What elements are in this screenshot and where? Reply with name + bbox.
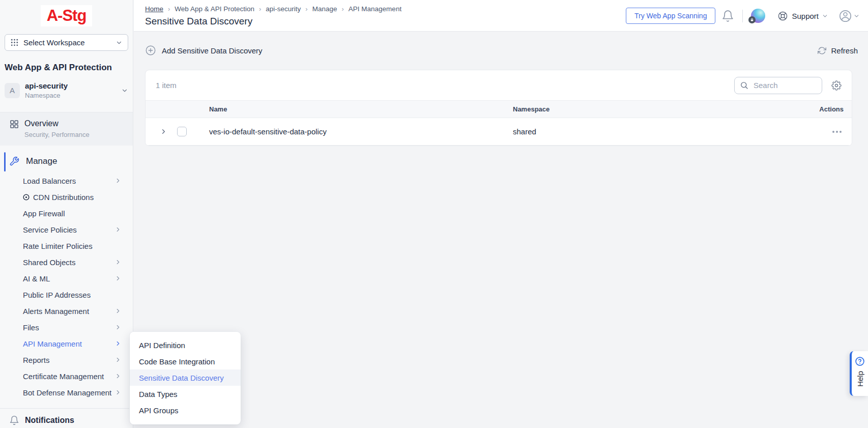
chevron-down-icon — [822, 13, 828, 19]
app-window: A-Stg Select Workspace Web App & API Pro… — [0, 0, 868, 428]
workspace-selector-label: Select Workspace — [23, 38, 111, 47]
namespace-texts: api-security Namespace — [25, 81, 116, 99]
main-content: Add Sensitive Data Discovery Refresh 1 i… — [134, 32, 868, 428]
flyout-item-data-types[interactable]: Data Types — [130, 386, 241, 402]
page-title: Sensitive Data Discovery — [145, 16, 252, 27]
avatar[interactable] — [751, 9, 765, 23]
row-name[interactable]: ves-io-default-sensitive-data-policy — [209, 127, 513, 136]
sidebar-item-label: Service Policies — [23, 225, 77, 234]
search-box — [734, 77, 822, 94]
account-menu[interactable] — [838, 9, 860, 23]
wrench-icon — [9, 156, 19, 166]
column-header-name: Name — [209, 105, 513, 113]
sidebar-item-label: Files — [23, 323, 39, 332]
breadcrumb-item-api-security[interactable]: api-security — [266, 5, 301, 13]
sidebar-item-label: API Management — [23, 339, 82, 348]
sidebar-item-app-firewall[interactable]: App Firewall — [0, 205, 133, 221]
bullseye-icon — [22, 193, 30, 201]
overview-label: Overview — [24, 119, 90, 128]
flyout-item-code-base-integration[interactable]: Code Base Integration — [130, 353, 241, 369]
sidebar-item-cdn-distributions[interactable]: CDN Distributions — [0, 189, 133, 205]
chevron-down-icon — [115, 39, 123, 46]
namespace-selector[interactable]: A api-security Namespace — [5, 81, 128, 99]
table-card: 1 item Name Namespace A — [145, 70, 852, 146]
refresh-label: Refresh — [831, 46, 858, 55]
help-tab[interactable]: Help — [850, 351, 868, 396]
table-card-header: 1 item — [146, 70, 852, 100]
sidebar-item-label: Reports — [23, 356, 50, 364]
sidebar-item-rate-limiter-policies[interactable]: Rate Limiter Policies — [0, 238, 133, 254]
chevron-down-icon — [121, 87, 128, 94]
chevron-right-icon — [114, 373, 122, 380]
breadcrumb-separator: › — [168, 5, 170, 13]
table-header-row: Name Namespace Actions — [146, 100, 852, 118]
chevron-right-icon — [114, 259, 122, 266]
lock-badge-icon — [748, 16, 756, 23]
sidebar-item-certificate-management[interactable]: Certificate Management — [0, 368, 133, 384]
sidebar-item-reports[interactable]: Reports — [0, 352, 133, 368]
sidebar-item-bot-defense-management[interactable]: Bot Defense Management — [0, 384, 133, 401]
sidebar-item-label: Bot Defense Management — [23, 388, 111, 397]
sidebar: A-Stg Select Workspace Web App & API Pro… — [0, 0, 133, 428]
lifebuoy-icon — [777, 11, 788, 21]
sidebar-item-label: App Firewall — [23, 209, 65, 218]
sidebar-item-label: Certificate Management — [23, 372, 104, 381]
column-header-actions: Actions — [819, 105, 852, 113]
add-sensitive-data-discovery-button[interactable]: Add Sensitive Data Discovery — [145, 45, 263, 56]
chevron-right-icon — [114, 324, 122, 331]
sidebar-item-shared-objects[interactable]: Shared Objects — [0, 254, 133, 270]
search-icon — [740, 81, 748, 90]
flyout-item-sensitive-data-discovery[interactable]: Sensitive Data Discovery — [130, 369, 241, 386]
sidebar-item-label: AI & ML — [23, 274, 50, 283]
table-row[interactable]: ves-io-default-sensitive-data-policyshar… — [146, 118, 852, 146]
expand-chevron-icon[interactable] — [160, 128, 167, 135]
sidebar-item-overview[interactable]: Overview Security, Performance — [0, 112, 133, 146]
breadcrumb-item-manage[interactable]: Manage — [312, 5, 337, 13]
breadcrumb-separator: › — [341, 5, 343, 13]
row-checkbox[interactable] — [177, 127, 187, 136]
chevron-down-icon — [853, 13, 860, 19]
flyout-menu: API DefinitionCode Base IntegrationSensi… — [130, 332, 241, 424]
gear-icon[interactable] — [831, 80, 842, 91]
sidebar-item-label: CDN Distributions — [33, 193, 94, 202]
help-circle-icon — [855, 356, 865, 366]
try-web-app-scanning-button[interactable]: Try Web App Scanning — [626, 8, 715, 24]
sidebar-item-notifications[interactable]: Notifications — [0, 408, 133, 428]
refresh-icon — [818, 46, 826, 55]
topbar-actions: Try Web App Scanning Support — [626, 0, 860, 32]
chevron-right-icon — [114, 307, 122, 315]
refresh-button[interactable]: Refresh — [818, 46, 858, 55]
grid-icon — [9, 119, 19, 129]
sidebar-section-title: Web App & API Protection — [5, 63, 128, 73]
sidebar-item-load-balancers[interactable]: Load Balancers — [0, 173, 133, 189]
sidebar-item-ai-ml[interactable]: AI & ML — [0, 270, 133, 287]
breadcrumb-item-api-management[interactable]: API Management — [349, 5, 401, 13]
flyout-item-api-definition[interactable]: API Definition — [130, 337, 241, 353]
table-body: ves-io-default-sensitive-data-policyshar… — [146, 118, 852, 146]
sidebar-item-label: Alerts Management — [23, 307, 89, 316]
support-menu[interactable]: Support — [777, 11, 828, 21]
item-count: 1 item — [156, 81, 177, 90]
workspace-selector[interactable]: Select Workspace — [5, 34, 128, 51]
sidebar-item-manage[interactable]: Manage — [0, 152, 133, 170]
sidebar-item-public-ip-addresses[interactable]: Public IP Addresses — [0, 287, 133, 303]
chevron-right-icon — [114, 226, 122, 233]
search-input[interactable] — [753, 80, 817, 90]
add-label: Add Sensitive Data Discovery — [162, 46, 263, 55]
sidebar-item-service-policies[interactable]: Service Policies — [0, 221, 133, 238]
flyout-item-api-groups[interactable]: API Groups — [130, 402, 241, 418]
sidebar-item-api-management[interactable]: API Management — [0, 335, 133, 352]
breadcrumb-item-web-app-api-protection[interactable]: Web App & API Protection — [175, 5, 254, 13]
bell-icon — [9, 415, 19, 425]
bell-icon[interactable] — [721, 10, 734, 22]
brand-logo[interactable]: A-Stg — [41, 5, 93, 26]
chevron-right-icon — [114, 275, 122, 282]
sidebar-item-label: Rate Limiter Policies — [23, 242, 93, 250]
user-circle-icon — [838, 9, 852, 23]
row-actions-menu[interactable] — [832, 118, 852, 145]
manage-label: Manage — [26, 156, 57, 166]
sidebar-item-label: Public IP Addresses — [23, 291, 91, 299]
sidebar-item-alerts-management[interactable]: Alerts Management — [0, 303, 133, 319]
breadcrumb-item-home[interactable]: Home — [145, 5, 163, 13]
sidebar-item-files[interactable]: Files — [0, 319, 133, 335]
